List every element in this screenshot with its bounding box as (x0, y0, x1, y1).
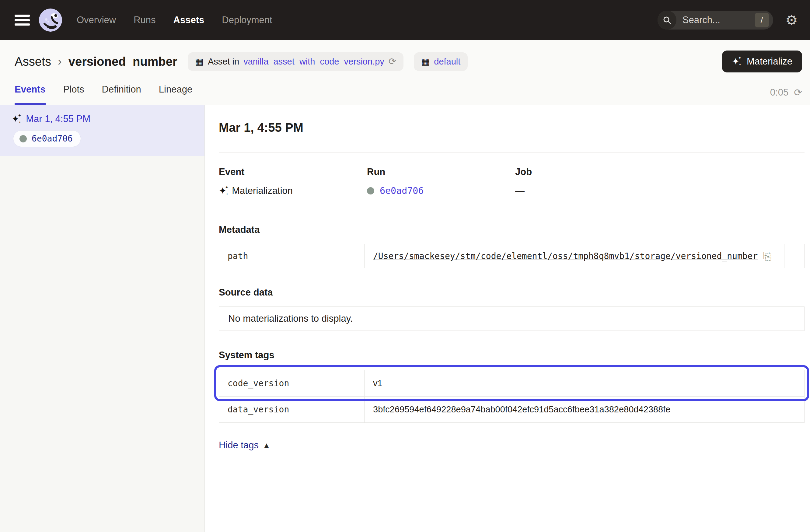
tag-value: 3bfc269594ef649228e9a74bab00f042efc91d5a… (373, 404, 670, 415)
repo-badge: ▦ default (414, 52, 468, 71)
page-title: versioned_number (68, 55, 177, 68)
sparkle-icon: ✦ (732, 57, 740, 66)
run-id-link[interactable]: 6e0ad706 (380, 186, 424, 196)
search-icon (658, 11, 677, 30)
asset-origin-file-link[interactable]: vanilla_asset_with_code_version.py (243, 57, 384, 67)
table-row: path /Users/smackesey/stm/code/elementl/… (219, 244, 804, 268)
page-header: Assets › versioned_number ▦ Asset in van… (0, 40, 810, 105)
event-list-item[interactable]: ✦ Mar 1, 4:55 PM 6e0ad706 (0, 105, 205, 156)
breadcrumb: Assets › versioned_number (15, 55, 177, 68)
run-status-dot (19, 135, 27, 142)
dagster-logo-icon[interactable] (38, 8, 63, 32)
event-timestamp: Mar 1, 4:55 PM (26, 114, 91, 125)
search-shortcut-key: / (755, 13, 769, 27)
materialization-sparkle-icon: ✦ (219, 186, 226, 195)
top-nav: Overview Runs Assets Deployment Search..… (0, 0, 810, 40)
source-data-heading: Source data (219, 287, 805, 298)
metadata-key: path (219, 244, 364, 268)
chevron-right-icon: › (58, 55, 62, 68)
source-data-empty-state: No materializations to display. (219, 306, 805, 331)
caret-up-icon: ▲ (263, 441, 270, 450)
repo-grid-icon: ▦ (421, 57, 430, 66)
event-detail-title: Mar 1, 4:55 PM (219, 121, 805, 134)
run-id: 6e0ad706 (32, 134, 73, 144)
refresh-icon[interactable]: ⟳ (794, 88, 802, 97)
job-column-label: Job (515, 166, 663, 177)
divider (219, 152, 805, 152)
tag-key: data_version (219, 397, 364, 422)
nav-link-overview[interactable]: Overview (77, 15, 116, 26)
event-info-grid: Event ✦ Materialization Run 6e0ad706 Job (219, 166, 805, 196)
asset-origin-prefix: Asset in (208, 57, 239, 67)
nav-link-deployment[interactable]: Deployment (222, 15, 272, 26)
breadcrumb-assets-link[interactable]: Assets (15, 55, 51, 68)
asset-origin-badge: ▦ Asset in vanilla_asset_with_code_versi… (188, 52, 404, 71)
event-type-value: Materialization (232, 186, 293, 196)
job-value-empty: — (515, 186, 524, 196)
system-tags-heading: System tags (219, 350, 805, 361)
event-column-label: Event (219, 166, 367, 177)
events-sidebar: ✦ Mar 1, 4:55 PM 6e0ad706 (0, 105, 205, 532)
tab-events[interactable]: Events (15, 84, 46, 105)
materialize-button-label: Materialize (747, 56, 792, 67)
run-column-label: Run (367, 166, 515, 177)
tag-value: v1 (373, 378, 383, 388)
search-input[interactable]: Search... / (658, 11, 773, 30)
run-chip[interactable]: 6e0ad706 (13, 131, 81, 147)
tab-plots[interactable]: Plots (63, 84, 84, 105)
event-detail-panel: Mar 1, 4:55 PM Event ✦ Materialization R… (205, 105, 810, 532)
repo-link[interactable]: default (434, 57, 460, 67)
nav-link-assets[interactable]: Assets (174, 15, 205, 26)
tab-lineage[interactable]: Lineage (159, 84, 192, 105)
metadata-heading: Metadata (219, 224, 805, 235)
metadata-path-link[interactable]: /Users/smackesey/stm/code/elementl/oss/t… (373, 251, 758, 261)
table-row-data-version: data_version 3bfc269594ef649228e9a74bab0… (219, 396, 804, 422)
asset-tabs: Events Plots Definition Lineage (15, 84, 192, 105)
asset-grid-icon: ▦ (195, 57, 204, 66)
tab-definition[interactable]: Definition (102, 84, 141, 105)
refresh-countdown: 0:05 (770, 87, 789, 98)
hide-tags-link[interactable]: Hide tags ▲ (219, 440, 270, 451)
hide-tags-label: Hide tags (219, 440, 259, 451)
menu-icon[interactable] (15, 15, 30, 26)
nav-links: Overview Runs Assets Deployment (77, 15, 272, 26)
gear-icon[interactable]: ⚙ (785, 13, 798, 27)
table-row-code-version: code_version v1 (219, 370, 804, 396)
dagster-app: Overview Runs Assets Deployment Search..… (0, 0, 810, 532)
source-data-empty-message: No materializations to display. (228, 313, 353, 324)
metadata-table: path /Users/smackesey/stm/code/elementl/… (219, 244, 805, 268)
search-placeholder: Search... (682, 15, 755, 26)
nav-link-runs[interactable]: Runs (133, 15, 156, 26)
materialization-sparkle-icon: ✦ (12, 114, 19, 124)
reload-definition-icon[interactable]: ⟳ (389, 57, 396, 66)
system-tags-table: code_version v1 data_version 3bfc269594e… (219, 370, 805, 423)
content: ✦ Mar 1, 4:55 PM 6e0ad706 Mar 1, 4:55 PM… (0, 105, 810, 532)
run-status-dot (367, 187, 374, 194)
materialize-button[interactable]: ✦ Materialize (722, 50, 802, 72)
metadata-actions-cell (784, 244, 804, 268)
tag-key: code_version (219, 370, 364, 396)
copy-icon[interactable]: ⎘ (763, 251, 771, 261)
